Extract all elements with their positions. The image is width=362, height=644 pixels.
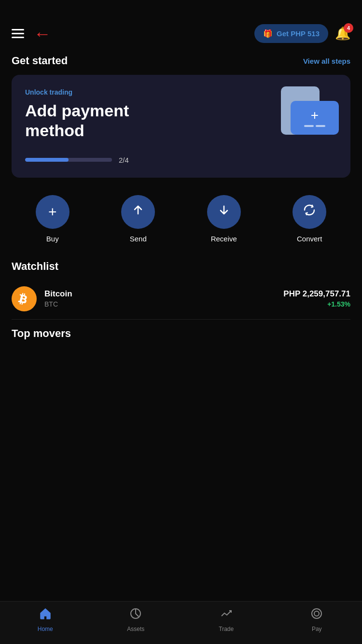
card-line-2	[316, 125, 325, 127]
card-front-illustration: +	[291, 101, 339, 135]
bitcoin-symbol: BTC	[44, 300, 276, 308]
arrow-indicator: ←	[34, 25, 51, 42]
watchlist-section: Watchlist Bitcoin BTC PHP 2,259,757.71 +…	[0, 252, 362, 319]
bitcoin-change: +1.53%	[283, 300, 350, 308]
bitcoin-name: Bitcoin	[44, 289, 276, 299]
buy-plus-icon: +	[48, 204, 57, 220]
receive-down-icon	[217, 203, 231, 220]
progress-bar-background	[25, 158, 112, 162]
send-action[interactable]: Send	[121, 195, 155, 243]
get-started-header: Get started View all steps	[0, 51, 362, 75]
progress-section: 2/4	[25, 156, 337, 164]
receive-circle	[207, 195, 241, 229]
assets-nav-label: Assets	[127, 626, 144, 632]
trade-nav-label: Trade	[219, 626, 234, 632]
convert-action[interactable]: Convert	[292, 195, 326, 243]
header: ← 🎁 Get PHP 513 🔔 4	[0, 0, 362, 51]
promo-label: Get PHP 513	[277, 29, 320, 38]
progress-bar-fill	[25, 158, 69, 162]
bitcoin-price: PHP 2,259,757.71	[283, 289, 350, 299]
send-circle	[121, 195, 155, 229]
watchlist-title: Watchlist	[0, 252, 362, 279]
pay-nav-label: Pay	[312, 626, 322, 632]
hamburger-menu[interactable]	[12, 29, 24, 38]
nav-home[interactable]: Home	[26, 607, 65, 632]
nav-pay[interactable]: Pay	[297, 607, 336, 632]
top-movers-section: Top movers	[0, 320, 362, 404]
plus-icon-illustration: +	[311, 109, 319, 122]
promo-button[interactable]: 🎁 Get PHP 513	[254, 24, 328, 43]
home-icon	[39, 607, 52, 623]
top-movers-title: Top movers	[0, 320, 362, 346]
home-nav-label: Home	[38, 626, 53, 632]
bitcoin-icon	[12, 286, 37, 311]
nav-assets[interactable]: Assets	[116, 607, 155, 632]
trade-icon	[220, 607, 233, 623]
buy-circle: +	[36, 195, 70, 229]
bitcoin-watchlist-item[interactable]: Bitcoin BTC PHP 2,259,757.71 +1.53%	[0, 279, 362, 319]
card-illustration: +	[276, 86, 339, 154]
convert-circle	[292, 195, 326, 229]
send-up-icon	[131, 203, 145, 220]
nav-trade[interactable]: Trade	[207, 607, 246, 632]
svg-point-1	[312, 609, 321, 618]
receive-label: Receive	[211, 235, 237, 243]
bitcoin-price-info: PHP 2,259,757.71 +1.53%	[283, 289, 350, 308]
assets-icon	[129, 607, 142, 623]
convert-label: Convert	[297, 235, 322, 243]
onboarding-card[interactable]: Unlock trading Add payment method 2/4 +	[12, 75, 350, 178]
progress-text: 2/4	[119, 156, 129, 164]
svg-point-2	[314, 611, 319, 616]
bitcoin-info: Bitcoin BTC	[44, 289, 276, 308]
buy-label: Buy	[46, 235, 59, 243]
bottom-navigation: Home Assets Trade Pay	[0, 601, 362, 644]
pay-icon	[310, 607, 323, 623]
card-title: Add payment method	[25, 101, 160, 140]
card-line-1	[304, 125, 314, 127]
header-left: ←	[12, 25, 51, 42]
notification-button[interactable]: 🔔 4	[335, 26, 350, 41]
view-all-steps-link[interactable]: View all steps	[303, 57, 350, 65]
gift-icon: 🎁	[263, 29, 273, 38]
get-started-title: Get started	[12, 55, 68, 67]
card-lines-illustration	[304, 125, 325, 127]
notification-badge: 4	[344, 23, 353, 33]
buy-action[interactable]: + Buy	[36, 195, 70, 243]
receive-action[interactable]: Receive	[207, 195, 241, 243]
header-right: 🎁 Get PHP 513 🔔 4	[254, 24, 350, 43]
action-buttons: + Buy Send Receive	[0, 178, 362, 252]
convert-rotate-icon	[303, 203, 316, 220]
send-label: Send	[130, 235, 147, 243]
